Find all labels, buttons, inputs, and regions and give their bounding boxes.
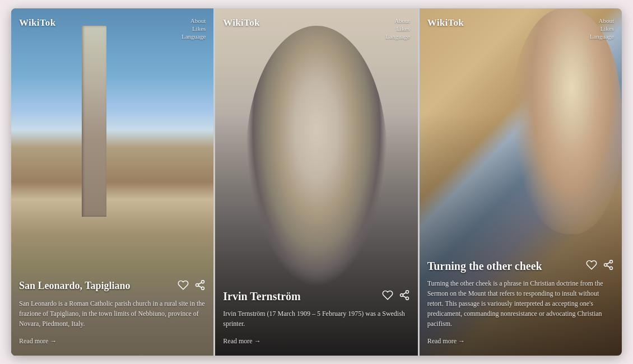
card-3-title-row: Turning the other cheek bbox=[427, 259, 614, 273]
card-3-header: WikiTok About Likes Language bbox=[420, 8, 622, 40]
share-button-1[interactable] bbox=[194, 279, 206, 293]
svg-point-11 bbox=[604, 264, 607, 267]
like-button-3[interactable] bbox=[586, 259, 597, 273]
wikitok-container: WikiTok About Likes Language San Leonard… bbox=[11, 8, 622, 356]
like-button-2[interactable] bbox=[382, 290, 393, 303]
svg-line-3 bbox=[198, 286, 202, 287]
svg-point-5 bbox=[406, 291, 408, 293]
card-2-title: Irvin Ternström bbox=[223, 290, 300, 303]
read-more-3[interactable]: Read more → bbox=[427, 337, 465, 346]
svg-line-14 bbox=[607, 262, 610, 264]
brand-logo-2: WikiTok bbox=[223, 17, 259, 29]
nav-language-1[interactable]: Language bbox=[181, 33, 206, 40]
svg-point-1 bbox=[196, 284, 199, 287]
card-1-header: WikiTok About Likes Language bbox=[11, 8, 213, 40]
brand-logo-1: WikiTok bbox=[19, 17, 55, 29]
svg-point-7 bbox=[406, 297, 408, 300]
card-1-nav: About Likes Language bbox=[181, 17, 206, 40]
read-more-1[interactable]: Read more → bbox=[19, 337, 57, 346]
share-button-2[interactable] bbox=[399, 290, 410, 303]
svg-point-0 bbox=[202, 281, 204, 283]
nav-likes-2[interactable]: Likes bbox=[396, 25, 409, 32]
svg-point-6 bbox=[400, 294, 403, 297]
svg-point-12 bbox=[609, 267, 612, 269]
nav-language-3[interactable]: Language bbox=[590, 33, 614, 40]
share-button-3[interactable] bbox=[603, 259, 614, 273]
nav-language-2[interactable]: Language bbox=[385, 33, 409, 40]
card-3-title: Turning the other cheek bbox=[427, 259, 542, 273]
card-san-leonardo: WikiTok About Likes Language San Leonard… bbox=[11, 8, 213, 356]
brand-logo-3: WikiTok bbox=[427, 17, 464, 29]
svg-line-4 bbox=[198, 282, 202, 284]
card-1-title-row: San Leonardo, Tapigliano bbox=[19, 279, 206, 293]
card-3-description: Turning the other cheek is a phrase in C… bbox=[427, 278, 614, 329]
card-irvin: WikiTok About Likes Language Irvin Terns… bbox=[215, 8, 417, 356]
svg-point-10 bbox=[609, 260, 612, 263]
card-3-actions bbox=[586, 259, 614, 273]
card-2-description: Irvin Ternström (17 March 1909 – 5 Febru… bbox=[223, 309, 409, 329]
card-2-actions bbox=[382, 290, 410, 303]
card-3-footer: Turning the other cheek Turning the othe… bbox=[420, 251, 622, 356]
nav-about-3[interactable]: About bbox=[598, 17, 614, 24]
read-more-2[interactable]: Read more → bbox=[223, 337, 260, 346]
card-1-footer: San Leonardo, Tapigliano San Leonardo is… bbox=[11, 272, 213, 356]
svg-line-8 bbox=[403, 296, 406, 297]
nav-likes-3[interactable]: Likes bbox=[601, 25, 614, 32]
card-1-title: San Leonardo, Tapigliano bbox=[19, 280, 131, 292]
card-1-description: San Leonardo is a Roman Catholic parish … bbox=[19, 298, 206, 329]
nav-about-1[interactable]: About bbox=[190, 17, 206, 24]
card-1-actions bbox=[178, 279, 206, 293]
like-button-1[interactable] bbox=[178, 279, 189, 293]
svg-point-2 bbox=[202, 287, 204, 290]
svg-line-13 bbox=[607, 265, 610, 267]
svg-line-9 bbox=[403, 292, 406, 294]
card-turning-cheek: WikiTok About Likes Language Turning the… bbox=[420, 8, 622, 356]
card-2-header: WikiTok About Likes Language bbox=[215, 8, 417, 40]
card-2-footer: Irvin Ternström Irvin Ternström (17 Marc… bbox=[215, 282, 417, 356]
nav-about-2[interactable]: About bbox=[394, 17, 410, 24]
card-3-nav: About Likes Language bbox=[590, 17, 614, 40]
nav-likes-1[interactable]: Likes bbox=[192, 25, 206, 32]
card-2-title-row: Irvin Ternström bbox=[223, 290, 409, 303]
card-2-nav: About Likes Language bbox=[385, 17, 409, 40]
